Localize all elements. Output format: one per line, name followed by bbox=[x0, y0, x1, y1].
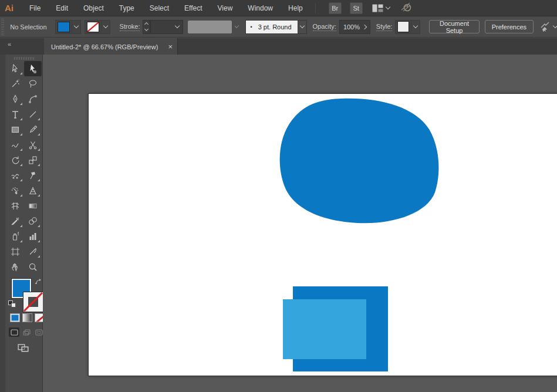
color-button[interactable] bbox=[10, 313, 20, 322]
chevron-down-icon bbox=[175, 23, 180, 28]
line-segment-tool[interactable] bbox=[24, 107, 42, 122]
workspace-switcher[interactable] bbox=[539, 22, 557, 32]
bridge-button[interactable]: Br bbox=[329, 2, 342, 14]
stroke-color-dropdown[interactable] bbox=[85, 20, 110, 34]
type-tool[interactable] bbox=[6, 107, 24, 122]
control-bar: No Selection Stroke: • 3 pt. Round Opaci… bbox=[0, 16, 557, 38]
color-type-buttons bbox=[10, 313, 45, 322]
change-screen-mode-button[interactable] bbox=[16, 343, 31, 354]
shape-builder-tool[interactable] bbox=[6, 183, 24, 198]
stepper-up-icon[interactable] bbox=[144, 22, 148, 26]
curvature-tool[interactable] bbox=[24, 92, 42, 107]
magic-wand-tool[interactable] bbox=[6, 76, 24, 92]
artboard[interactable] bbox=[88, 93, 557, 376]
close-tab-icon[interactable]: × bbox=[168, 42, 173, 51]
stroke-weight-dropdown[interactable] bbox=[150, 20, 183, 34]
symbol-sprayer-tool[interactable] bbox=[6, 229, 24, 244]
menu-type[interactable]: Type bbox=[112, 0, 142, 16]
style-dropdown[interactable] bbox=[395, 20, 420, 34]
width-profile-dropdown-disabled bbox=[188, 21, 232, 33]
menu-divider bbox=[315, 3, 316, 13]
lasso-tool[interactable] bbox=[24, 76, 42, 92]
document-tab[interactable]: Untitled-2* @ 66.67% (RGB/Preview) × bbox=[44, 38, 178, 55]
mesh-tool[interactable] bbox=[6, 198, 24, 214]
gradient-button[interactable] bbox=[22, 313, 32, 322]
artboard-tool[interactable] bbox=[6, 244, 24, 259]
eyedropper-tool[interactable] bbox=[6, 214, 24, 229]
zoom-tool[interactable] bbox=[24, 259, 42, 275]
stroke-weight-stepper[interactable] bbox=[143, 20, 150, 34]
column-graph-tool[interactable] bbox=[24, 229, 42, 244]
menu-bar: Ai File Edit Object Type Select Effect V… bbox=[0, 0, 557, 16]
gpu-performance-icon[interactable] bbox=[400, 2, 412, 15]
menu-window[interactable]: Window bbox=[240, 0, 281, 16]
stroke-swatch[interactable] bbox=[23, 292, 43, 312]
rotate-tool[interactable] bbox=[6, 153, 24, 168]
opacity-value: 100% bbox=[343, 23, 360, 31]
slice-tool[interactable] bbox=[24, 244, 42, 259]
brush-dot-icon: • bbox=[251, 24, 252, 30]
fill-color-swatch[interactable] bbox=[58, 22, 70, 32]
selection-status: No Selection bbox=[10, 23, 46, 31]
workspace-layout-control[interactable] bbox=[372, 4, 390, 12]
opacity-label[interactable]: Opacity: bbox=[313, 23, 336, 31]
rectangle-tool[interactable] bbox=[6, 122, 24, 137]
front-rectangle-shape[interactable] bbox=[283, 299, 366, 359]
menu-object[interactable]: Object bbox=[76, 0, 112, 16]
scissors-tool[interactable] bbox=[24, 137, 42, 153]
document-setup-button[interactable]: Document Setup bbox=[429, 20, 479, 33]
artwork-layer bbox=[89, 94, 557, 377]
chevron-down-icon bbox=[553, 23, 557, 28]
stroke-weight-label[interactable]: Stroke: bbox=[120, 23, 140, 31]
chevron-down-icon bbox=[103, 23, 107, 28]
style-label[interactable]: Style: bbox=[376, 23, 393, 31]
collapse-dock-icon[interactable]: « bbox=[8, 40, 11, 48]
blob-shape[interactable] bbox=[280, 99, 439, 224]
panel-grip[interactable] bbox=[1, 19, 4, 35]
scale-tool[interactable] bbox=[24, 153, 42, 168]
shaper-tool[interactable] bbox=[6, 137, 24, 153]
style-swatch[interactable] bbox=[397, 21, 409, 32]
hand-tool[interactable] bbox=[6, 259, 24, 275]
swap-fill-stroke-icon[interactable] bbox=[35, 278, 43, 288]
draw-behind-button[interactable] bbox=[21, 327, 32, 337]
pen-tool[interactable] bbox=[6, 92, 24, 107]
brush-definition-dropdown[interactable]: • 3 pt. Round bbox=[245, 20, 307, 34]
selection-tool[interactable] bbox=[6, 61, 24, 76]
tools-panel bbox=[5, 55, 43, 392]
menu-effect[interactable]: Effect bbox=[177, 0, 210, 16]
perspective-grid-tool[interactable] bbox=[24, 183, 42, 198]
paintbrush-tool[interactable] bbox=[24, 122, 42, 137]
menu-file[interactable]: File bbox=[22, 0, 48, 16]
chevron-down-icon bbox=[234, 23, 239, 28]
chevron-down-icon bbox=[299, 23, 304, 28]
menu-help[interactable]: Help bbox=[281, 0, 310, 16]
puppet-warp-tool[interactable] bbox=[24, 168, 42, 183]
tab-bar: « Untitled-2* @ 66.67% (RGB/Preview) × bbox=[0, 38, 557, 55]
preferences-button[interactable]: Preferences bbox=[485, 20, 534, 33]
opacity-field[interactable]: 100% bbox=[339, 20, 370, 34]
menu-select[interactable]: Select bbox=[142, 0, 177, 16]
gradient-tool[interactable] bbox=[24, 198, 42, 214]
canvas-pasteboard[interactable] bbox=[43, 55, 557, 392]
fill-color-dropdown[interactable] bbox=[55, 20, 81, 34]
chevron-right-icon[interactable] bbox=[362, 24, 367, 29]
workspace-icon bbox=[539, 22, 551, 32]
fill-stroke-controls bbox=[5, 275, 42, 338]
document-tab-title: Untitled-2* @ 66.67% (RGB/Preview) bbox=[51, 43, 164, 50]
menu-edit[interactable]: Edit bbox=[48, 0, 76, 16]
stock-button[interactable]: St bbox=[350, 2, 363, 14]
default-fill-stroke-icon[interactable] bbox=[8, 300, 16, 308]
brush-name: 3 pt. Round bbox=[258, 23, 292, 31]
direct-selection-tool[interactable] bbox=[24, 61, 42, 76]
layout-grid-icon bbox=[372, 4, 383, 12]
stroke-none-swatch[interactable] bbox=[87, 22, 99, 32]
blend-tool[interactable] bbox=[24, 214, 42, 229]
width-tool[interactable] bbox=[6, 168, 24, 183]
panel-drag-grip[interactable] bbox=[14, 57, 34, 60]
stepper-down-icon[interactable] bbox=[144, 27, 148, 31]
drawing-mode-buttons bbox=[9, 327, 44, 337]
draw-normal-button[interactable] bbox=[9, 327, 19, 337]
menu-view[interactable]: View bbox=[210, 0, 241, 16]
chevron-down-icon bbox=[385, 5, 390, 9]
